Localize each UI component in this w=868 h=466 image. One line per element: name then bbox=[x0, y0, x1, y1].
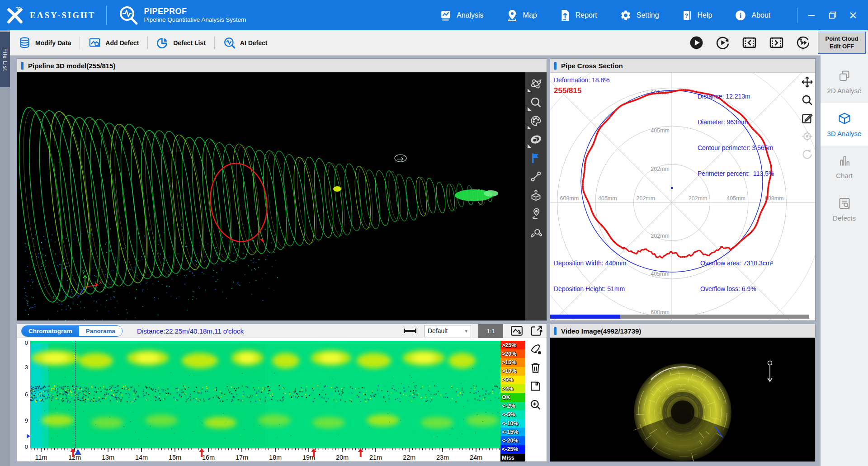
svg-text:608mm: 608mm bbox=[560, 195, 579, 202]
video-header: Video Image(4992/13739) bbox=[550, 324, 815, 338]
ratio-1-1-button[interactable]: 1:1 bbox=[478, 324, 503, 338]
playback-controls bbox=[689, 30, 810, 55]
pan-tool[interactable] bbox=[801, 76, 813, 88]
ai-defect-button[interactable]: AI Defect bbox=[215, 37, 276, 49]
minimize-button[interactable] bbox=[801, 0, 822, 30]
title-bar: EASY-SIGHT PIPEPROF Pipeline Quantitativ… bbox=[0, 0, 868, 30]
zoom-in-icon[interactable] bbox=[529, 399, 542, 411]
color-palette-tool[interactable] bbox=[528, 112, 545, 129]
clock-tick-label: 3 bbox=[18, 364, 28, 371]
svg-text:?: ? bbox=[684, 12, 688, 19]
pipeprof-logo-icon bbox=[118, 5, 139, 26]
clock-tick-label: 0 bbox=[18, 443, 28, 450]
sidebar-item-defects[interactable]: Defects bbox=[821, 188, 868, 231]
cross-section-progress[interactable] bbox=[550, 315, 809, 319]
deposition-width: Deposition Width: 440mm bbox=[554, 259, 626, 268]
color-scale-row: >25% bbox=[500, 341, 525, 349]
2d-layers-icon bbox=[838, 69, 851, 83]
clock-tick-label: 9 bbox=[18, 417, 28, 424]
action-toolbar: Modify Data Add Defect Defect List AI De… bbox=[10, 30, 868, 56]
pipeline-3d-viewport[interactable]: XYZ bbox=[17, 72, 547, 320]
edit-contour-tool[interactable] bbox=[801, 112, 813, 124]
viewport-tool-strip bbox=[525, 72, 547, 320]
point-cloud-edit-toggle[interactable]: Point Cloud Edit OFF bbox=[818, 32, 866, 54]
menu-label: Map bbox=[523, 11, 537, 19]
play-speed-button[interactable] bbox=[796, 36, 810, 50]
menu-about[interactable]: i About bbox=[723, 9, 782, 21]
toolbar-label: Add Defect bbox=[105, 39, 139, 47]
cross-section-tools bbox=[801, 76, 813, 160]
wrench-settings-tool[interactable] bbox=[528, 223, 545, 240]
menu-map[interactable]: Map bbox=[495, 9, 548, 21]
sidebar-item-3d-analyse[interactable]: 3D Analyse bbox=[821, 103, 868, 146]
brand-separator bbox=[106, 6, 107, 25]
x-tick-label: 14m bbox=[135, 454, 148, 461]
x-tick-label: 12m bbox=[68, 454, 81, 461]
easysight-logo-icon bbox=[5, 5, 25, 26]
rotate-view-tool[interactable] bbox=[801, 148, 813, 160]
sidebar-label: Chart bbox=[836, 172, 853, 179]
center-target-tool[interactable] bbox=[801, 130, 813, 142]
cross-section-body[interactable]: 202mm202mm202mm202mm405mm405mm405mm405mm… bbox=[550, 72, 815, 320]
3d-cube-icon bbox=[837, 111, 852, 126]
sidebar-label: Defects bbox=[833, 214, 856, 222]
color-scale-row: Miss bbox=[500, 454, 525, 461]
zoom-tool[interactable] bbox=[528, 94, 545, 111]
gear-icon bbox=[620, 9, 632, 21]
svg-text:i: i bbox=[740, 11, 742, 19]
scale-mode-select[interactable]: Default ▾ bbox=[424, 325, 471, 337]
color-scale-row: >10% bbox=[500, 367, 525, 376]
deformation-heatmap[interactable] bbox=[30, 341, 500, 448]
product-subtitle: Pipeline Quantitative Analysis System bbox=[144, 16, 246, 24]
menu-help[interactable]: ? Help bbox=[670, 9, 724, 21]
export-window-icon[interactable] bbox=[530, 325, 543, 337]
color-scale-row: <-5% bbox=[500, 410, 525, 419]
save-disk-icon[interactable] bbox=[529, 380, 542, 392]
play-button[interactable] bbox=[689, 36, 703, 50]
chevron-down-icon: ▾ bbox=[465, 328, 467, 334]
distance-readout: Distance: 12.213m bbox=[698, 92, 774, 101]
orbit-tool[interactable] bbox=[528, 75, 545, 92]
previous-frame-button[interactable] bbox=[742, 36, 757, 50]
width-ruler-icon[interactable] bbox=[403, 326, 417, 336]
menu-setting[interactable]: Setting bbox=[609, 9, 670, 21]
distance-axis[interactable]: 11m12m13m14m15m16m17m18m19m20m21m22m23m2… bbox=[30, 448, 500, 461]
position-cursor[interactable] bbox=[75, 341, 75, 448]
chromatogram-header: Chromatogram Panorama Distance:22.25m/40… bbox=[17, 324, 547, 338]
menu-report[interactable]: Report bbox=[548, 9, 609, 21]
add-defect-button[interactable]: Add Defect bbox=[80, 37, 147, 49]
delete-trash-icon[interactable] bbox=[529, 362, 542, 374]
window-controls bbox=[797, 0, 863, 30]
video-viewport[interactable] bbox=[550, 338, 815, 461]
help-book-icon: ? bbox=[682, 9, 693, 21]
replay-button[interactable] bbox=[716, 36, 730, 50]
zoom-tool[interactable] bbox=[801, 94, 813, 106]
location-track-tool[interactable] bbox=[528, 205, 545, 222]
point-cloud-canvas[interactable]: XYZ bbox=[17, 72, 525, 320]
view-tabs: Chromatogram Panorama bbox=[21, 325, 123, 337]
annotate-pen-icon[interactable] bbox=[529, 343, 542, 355]
flag-marker-tool[interactable] bbox=[528, 149, 545, 166]
sidebar-item-2d-analyse[interactable]: 2D Analyse bbox=[821, 61, 868, 103]
defect-list-button[interactable]: Defect List bbox=[148, 37, 214, 49]
snapshot-save-icon[interactable] bbox=[510, 325, 523, 337]
menu-label: Setting bbox=[637, 11, 659, 19]
cross-section-title: Pipe Cross Section bbox=[561, 62, 623, 70]
menu-label: About bbox=[751, 11, 770, 19]
restore-button[interactable] bbox=[822, 0, 843, 30]
export-cube-tool[interactable] bbox=[528, 186, 545, 203]
svg-text:405mm: 405mm bbox=[651, 127, 670, 134]
measure-line-tool[interactable] bbox=[528, 168, 545, 185]
file-list-tab[interactable]: File List bbox=[0, 32, 10, 87]
tab-chromatogram[interactable]: Chromatogram bbox=[22, 326, 79, 336]
x-tick-label: 15m bbox=[169, 454, 181, 461]
ring-section-tool[interactable] bbox=[528, 131, 545, 148]
menu-label: Help bbox=[698, 11, 712, 19]
sidebar-item-chart[interactable]: Chart bbox=[821, 146, 868, 188]
menu-analysis[interactable]: Analysis bbox=[429, 9, 495, 21]
pie-chart-icon bbox=[156, 37, 169, 49]
next-frame-button[interactable] bbox=[769, 36, 784, 50]
modify-data-button[interactable]: Modify Data bbox=[10, 37, 80, 49]
close-button[interactable] bbox=[843, 0, 863, 30]
tab-panorama[interactable]: Panorama bbox=[79, 326, 122, 336]
